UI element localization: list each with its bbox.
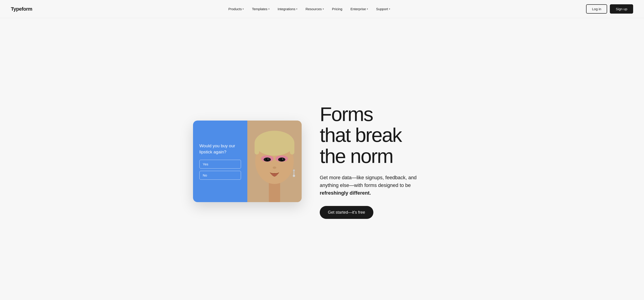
form-card: Would you buy our lipstick again? Yes No: [193, 120, 302, 202]
hero-subtext-plain: Get more data—like signups, feedback, an…: [320, 175, 416, 188]
person-illustration: [247, 120, 302, 202]
chevron-down-icon: ▾: [389, 8, 390, 10]
nav-item-resources[interactable]: Resources ▾: [302, 5, 328, 13]
nav-item-products[interactable]: Products ▾: [225, 5, 247, 13]
hero-heading-line1: Forms: [320, 103, 373, 125]
hero-heading-line2: that break: [320, 124, 402, 146]
hero-heading-line3: the norm: [320, 145, 393, 167]
chevron-down-icon: ▾: [296, 8, 297, 10]
chevron-down-icon: ▾: [268, 8, 270, 10]
svg-point-14: [282, 159, 283, 160]
nav-label-support: Support: [376, 7, 388, 11]
nav-item-integrations[interactable]: Integrations ▾: [274, 5, 301, 13]
cta-button[interactable]: Get started—it's free: [320, 206, 373, 219]
nav-actions: Log in Sign up: [586, 4, 633, 14]
svg-point-13: [280, 158, 283, 161]
hero-content: Forms that break the norm Get more data—…: [320, 104, 451, 219]
form-card-left: Would you buy our lipstick again? Yes No: [193, 120, 247, 202]
chevron-down-icon: ▾: [323, 8, 324, 10]
nav-label-products: Products: [228, 7, 242, 11]
nav-links: Products ▾ Templates ▾ Integrations ▾ Re…: [32, 5, 586, 13]
form-question: Would you buy our lipstick again?: [199, 143, 241, 155]
hero-subtext-bold: refreshingly different.: [320, 190, 371, 196]
svg-point-15: [273, 167, 276, 169]
nav-label-resources: Resources: [306, 7, 322, 11]
chevron-down-icon: ▾: [242, 8, 244, 10]
svg-point-16: [293, 170, 295, 171]
svg-point-6: [257, 141, 292, 154]
nav-item-support[interactable]: Support ▾: [372, 5, 394, 13]
signup-button[interactable]: Sign up: [610, 4, 633, 14]
hero-illustration: Would you buy our lipstick again? Yes No: [193, 120, 302, 202]
nav-label-templates: Templates: [252, 7, 267, 11]
navbar: Typeform Products ▾ Templates ▾ Integrat…: [0, 0, 644, 18]
form-card-right: [247, 120, 302, 202]
nav-item-enterprise[interactable]: Enterprise ▾: [347, 5, 372, 13]
svg-point-18: [293, 175, 295, 177]
form-option-no[interactable]: No: [199, 171, 241, 180]
nav-label-pricing: Pricing: [332, 7, 342, 11]
nav-label-integrations: Integrations: [278, 7, 295, 11]
chevron-down-icon: ▾: [367, 8, 368, 10]
hero-subtext: Get more data—like signups, feedback, an…: [320, 174, 428, 197]
hero-section: Would you buy our lipstick again? Yes No: [0, 18, 644, 300]
brand-logo[interactable]: Typeform: [11, 6, 32, 12]
form-option-yes[interactable]: Yes: [199, 160, 241, 169]
nav-label-enterprise: Enterprise: [350, 7, 366, 11]
login-button[interactable]: Log in: [586, 4, 607, 14]
svg-point-10: [266, 158, 268, 161]
nav-item-pricing[interactable]: Pricing: [328, 5, 346, 13]
svg-point-11: [268, 159, 268, 160]
nav-item-templates[interactable]: Templates ▾: [248, 5, 273, 13]
hero-heading: Forms that break the norm: [320, 104, 451, 167]
form-options: Yes No: [199, 160, 241, 180]
